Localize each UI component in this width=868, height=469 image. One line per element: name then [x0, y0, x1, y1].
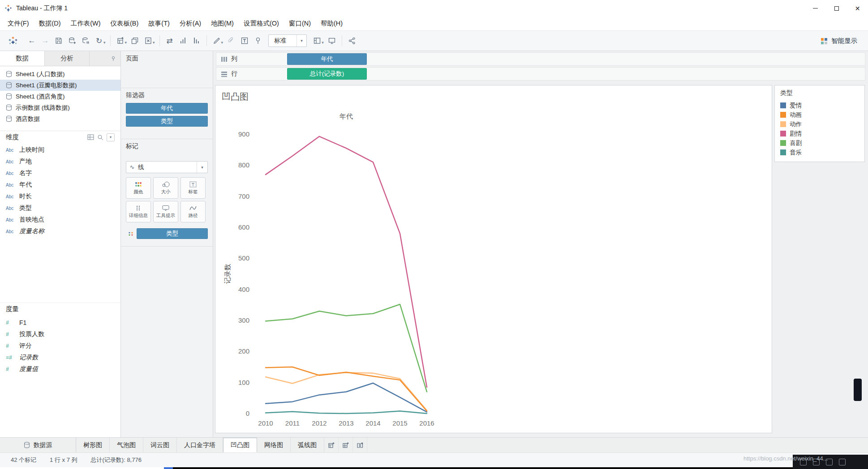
pin-pane-icon[interactable] [111, 56, 116, 61]
duplicate-sheet-button[interactable] [128, 34, 142, 47]
cards-caret-icon[interactable]: ▾ [322, 40, 324, 45]
marks-color-pill[interactable]: 类型 [137, 228, 208, 239]
menu-item[interactable]: 数据(D) [34, 17, 66, 30]
highlight-caret-icon[interactable]: ▾ [221, 40, 223, 45]
field-item[interactable]: Abc名字 [0, 167, 120, 179]
menu-item[interactable]: 文件(F) [3, 17, 34, 30]
new-sheet-caret-icon[interactable]: ▾ [125, 40, 127, 45]
group-members-button[interactable] [224, 34, 238, 47]
menu-item[interactable]: 故事(T) [143, 17, 175, 30]
mark-color-button[interactable]: 颜色 [126, 177, 151, 199]
columns-pill[interactable]: 年代 [287, 53, 367, 65]
line-series-爱情[interactable] [266, 383, 427, 412]
mark-type-caret[interactable]: ▾ [197, 162, 207, 173]
sheet-tab-active[interactable]: 凹凸图 [223, 438, 257, 452]
add-datasource-button[interactable] [65, 34, 79, 47]
status-bar: 42 个标记 1 行 x 7 列 总计(记录数): 8,776 [0, 452, 868, 467]
data-source-tab[interactable]: 数据源 [0, 438, 76, 452]
menu-item[interactable]: 工作表(W) [66, 17, 106, 30]
new-worksheet-tab-button[interactable] [324, 438, 339, 452]
field-item[interactable]: Abc产地 [0, 156, 120, 167]
fix-axes-button[interactable] [251, 34, 265, 47]
data-source-item[interactable]: 酒店数据 [0, 113, 120, 124]
filter-pill[interactable]: 年代 [126, 103, 208, 114]
field-item[interactable]: #度量值 [0, 363, 120, 375]
new-dashboard-tab-button[interactable] [339, 438, 353, 452]
mark-path-button[interactable]: 路径 [180, 201, 206, 222]
swap-axes-button[interactable]: ⇄ [163, 34, 176, 47]
line-chart[interactable]: 年代记录数01002003004005006007008009002010201… [223, 108, 456, 430]
clear-caret-icon[interactable]: ▾ [153, 40, 155, 45]
mark-type-dropdown[interactable]: ∿ 线 ▾ [126, 161, 208, 173]
sheet-tab[interactable]: 人口金字塔 [177, 438, 223, 452]
close-button[interactable]: ✕ [847, 0, 868, 17]
field-item[interactable]: =#记录数 [0, 352, 120, 363]
legend-item[interactable]: 剧情 [780, 129, 859, 138]
refresh-caret-icon[interactable]: ▾ [103, 40, 106, 45]
filter-pill[interactable]: 类型 [126, 116, 208, 127]
line-series-剧情[interactable] [266, 136, 427, 387]
pause-updates-button[interactable] [79, 34, 92, 47]
maximize-button[interactable] [826, 0, 847, 17]
sort-descending-button[interactable] [190, 34, 203, 47]
mark-detail-button[interactable]: 详细信息 [126, 201, 151, 222]
sheet-tab[interactable]: 网络图 [257, 438, 291, 452]
legend-item[interactable]: 爱情 [780, 101, 859, 110]
show-me-button[interactable]: 智能显示 [815, 35, 863, 47]
sheet-tab[interactable]: 弧线图 [291, 438, 324, 452]
legend-item[interactable]: 动画 [780, 110, 859, 119]
view-data-icon[interactable] [87, 134, 94, 140]
sheet-tab[interactable]: 树形图 [76, 438, 110, 452]
field-item[interactable]: Abc首映地点 [0, 214, 120, 226]
field-item[interactable]: Abc时长 [0, 191, 120, 202]
fields-menu-caret[interactable]: ▾ [107, 133, 115, 141]
data-source-item[interactable]: Sheet1 (豆瓣电影数据) [0, 80, 120, 91]
data-source-item[interactable]: 示例数据 (线路数据) [0, 102, 120, 113]
mark-tooltip-button[interactable]: 工具提示 [153, 201, 178, 222]
minimize-button[interactable] [805, 0, 826, 17]
menu-item[interactable]: 设置格式(O) [239, 17, 284, 30]
legend-item[interactable]: 喜剧 [780, 138, 859, 148]
field-item[interactable]: #评分 [0, 340, 120, 352]
fit-caret-icon[interactable]: ▾ [296, 35, 306, 47]
mark-size-button[interactable]: 大小 [153, 177, 178, 199]
sort-ascending-button[interactable] [176, 34, 190, 47]
share-button[interactable] [345, 34, 359, 47]
fit-dropdown[interactable]: 标准 ▾ [268, 34, 307, 47]
field-item[interactable]: Abc年代 [0, 179, 120, 191]
rows-pill[interactable]: 总计(记录数) [287, 68, 367, 80]
menu-item[interactable]: 地图(M) [206, 17, 239, 30]
presentation-mode-button[interactable] [325, 34, 339, 47]
tab-analytics[interactable]: 分析 [45, 51, 90, 66]
menu-item[interactable]: 窗口(N) [284, 17, 316, 30]
menu-item[interactable]: 帮助(H) [316, 17, 348, 30]
columns-shelf[interactable]: 列 年代 [216, 52, 865, 66]
new-story-tab-button[interactable] [353, 438, 367, 452]
line-series-喜剧[interactable] [266, 304, 427, 392]
tableau-home-button[interactable] [5, 34, 21, 47]
menu-item[interactable]: 仪表板(B) [106, 17, 144, 30]
field-item[interactable]: Abc类型 [0, 202, 120, 214]
undo-button[interactable]: ← [25, 34, 39, 47]
legend-item[interactable]: 动作 [780, 119, 859, 129]
text-type-icon: Abc [6, 183, 19, 188]
legend-item[interactable]: 音乐 [780, 148, 859, 157]
data-source-item[interactable]: Sheet1 (人口数据) [0, 68, 120, 80]
rows-shelf[interactable]: 行 总计(记录数) [216, 67, 865, 81]
field-item[interactable]: Abc上映时间 [0, 144, 120, 156]
redo-button[interactable]: → [39, 34, 52, 47]
field-item[interactable]: Abc度量名称 [0, 226, 120, 237]
menu-item[interactable]: 分析(A) [175, 17, 206, 30]
mark-label-button[interactable]: 标签 [180, 177, 206, 199]
show-mark-labels-button[interactable] [238, 34, 251, 47]
line-series-音乐[interactable] [266, 411, 427, 414]
sheet-tab[interactable]: 词云图 [143, 438, 177, 452]
data-source-item[interactable]: Sheet1 (酒店角度) [0, 91, 120, 102]
field-item[interactable]: #投票人数 [0, 328, 120, 340]
sheet-tab[interactable]: 气泡图 [110, 438, 143, 452]
search-icon[interactable] [97, 134, 103, 141]
field-item[interactable]: #F1 [0, 317, 120, 328]
tab-data[interactable]: 数据 [0, 51, 45, 66]
save-button[interactable] [52, 34, 65, 47]
line-series-动画[interactable] [266, 367, 427, 411]
